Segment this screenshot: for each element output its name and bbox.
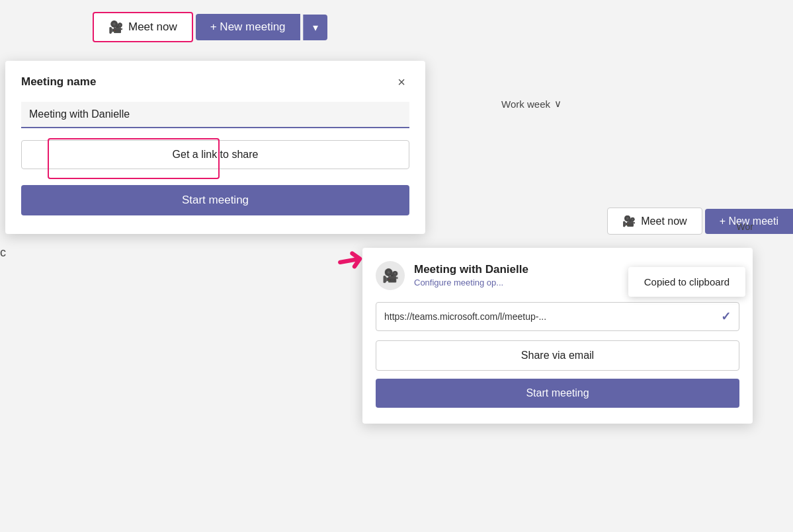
modal-2-header-left: 🎥 Meeting with Danielle Configure meetin…: [376, 261, 528, 290]
start-meeting-label-1: Start meeting: [182, 194, 249, 206]
meet-now-button[interactable]: 🎥 Meet now: [93, 12, 193, 42]
modal-2-title: Meeting with Danielle: [414, 263, 528, 276]
start-meeting-label-2: Start meeting: [526, 387, 589, 399]
meeting-url-text: https://teams.microsoft.com/l/meetup-...: [384, 311, 714, 322]
new-meeting-label: + New meeting: [210, 20, 286, 34]
work-week-label-2: Wor: [737, 221, 753, 232]
work-week-selector[interactable]: Work week ∨: [501, 98, 562, 110]
top-toolbar: 🎥 Meet now + New meeting ▾: [93, 12, 327, 42]
second-toolbar: 🎥 Meet now + New meeti: [607, 208, 793, 235]
modal-1-close-button[interactable]: ×: [394, 74, 409, 90]
share-email-label: Share via email: [521, 350, 594, 361]
video-camera-icon: 🎥: [108, 20, 123, 34]
work-week-label: Work week: [501, 98, 550, 110]
get-link-label: Get a link to share: [173, 149, 259, 160]
video-icon-circle: 🎥: [376, 261, 405, 290]
clipboard-tooltip: Copied to clipboard: [628, 267, 745, 297]
modal-2-title-group: Meeting with Danielle Configure meeting …: [414, 263, 528, 288]
modal-1-title: Meeting name: [21, 75, 96, 89]
start-meeting-button-2[interactable]: Start meeting: [376, 379, 739, 408]
configure-meeting-link[interactable]: Configure meeting op...: [414, 278, 503, 287]
clipboard-tooltip-text: Copied to clipboard: [644, 276, 730, 287]
partial-background-text: c: [0, 246, 6, 260]
url-copy-row: Copied to clipboard https://teams.micros…: [376, 302, 739, 331]
video-icon-2: 🎥: [622, 215, 636, 227]
start-meeting-button-1[interactable]: Start meeting: [21, 185, 409, 215]
dropdown-button[interactable]: ▾: [303, 15, 327, 40]
modal-1-header: Meeting name ×: [21, 74, 409, 90]
check-icon: ✓: [721, 309, 731, 324]
share-via-email-button[interactable]: Share via email: [376, 340, 739, 371]
modal-meeting-name: Meeting name × Get a link to share Start…: [5, 61, 425, 234]
meet-now-label-2: Meet now: [641, 215, 687, 227]
get-link-button[interactable]: Get a link to share: [21, 140, 409, 169]
modal-get-link-result: 🎥 Meeting with Danielle Configure meetin…: [362, 248, 753, 424]
meet-now-button-2[interactable]: 🎥 Meet now: [607, 208, 702, 235]
new-meeting-button[interactable]: + New meeting: [196, 14, 300, 40]
work-week-chevron: ∨: [554, 98, 562, 110]
meeting-name-input[interactable]: [21, 102, 409, 128]
meet-now-label: Meet now: [128, 20, 177, 34]
video-camera-icon-2: 🎥: [382, 268, 399, 284]
chevron-down-icon: ▾: [313, 21, 318, 34]
